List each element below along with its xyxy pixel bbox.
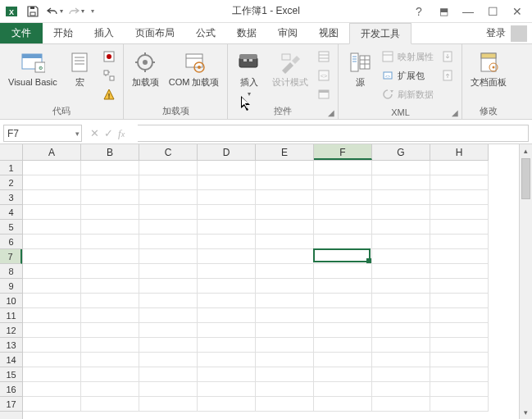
- scroll-up-icon[interactable]: ▴: [520, 144, 532, 157]
- cell[interactable]: [23, 175, 81, 190]
- qat-customize-icon[interactable]: ▾: [88, 7, 98, 15]
- cell[interactable]: [430, 397, 489, 412]
- cell[interactable]: [430, 175, 489, 190]
- redo-button[interactable]: ▾: [66, 2, 85, 21]
- cell[interactable]: [256, 294, 314, 308]
- cell[interactable]: [430, 161, 489, 175]
- cell[interactable]: [81, 175, 139, 190]
- avatar-icon[interactable]: [511, 25, 527, 42]
- cell[interactable]: [81, 220, 139, 235]
- column-header[interactable]: G: [372, 144, 430, 160]
- xml-import-icon[interactable]: [439, 48, 457, 66]
- row-header[interactable]: 8: [0, 264, 22, 279]
- cell[interactable]: [198, 338, 256, 353]
- column-header[interactable]: D: [198, 144, 256, 160]
- controls-dialog-launcher-icon[interactable]: ◢: [328, 108, 334, 117]
- cell[interactable]: [372, 175, 430, 190]
- refresh-data-button[interactable]: 刷新数据: [380, 85, 435, 103]
- cell[interactable]: [314, 205, 372, 220]
- cell[interactable]: [314, 367, 372, 382]
- row-header[interactable]: 16: [0, 382, 22, 397]
- xml-source-button[interactable]: 源: [343, 48, 376, 89]
- cell[interactable]: [23, 397, 81, 412]
- formula-input[interactable]: [138, 125, 529, 142]
- cell[interactable]: [430, 264, 489, 279]
- cell[interactable]: [430, 205, 489, 220]
- cell[interactable]: [430, 249, 489, 264]
- macros-button[interactable]: 宏: [64, 48, 97, 89]
- cell[interactable]: [198, 367, 256, 382]
- cell[interactable]: [23, 220, 81, 235]
- cell[interactable]: [372, 190, 430, 205]
- cell[interactable]: [198, 175, 256, 190]
- cell[interactable]: [372, 205, 430, 220]
- cell[interactable]: [81, 397, 139, 412]
- tab-formulas[interactable]: 公式: [185, 23, 226, 43]
- cell[interactable]: [23, 367, 81, 382]
- record-macro-icon[interactable]: [100, 48, 118, 66]
- column-header[interactable]: E: [256, 144, 314, 160]
- column-header[interactable]: H: [430, 144, 489, 160]
- cell[interactable]: [256, 353, 314, 367]
- cell[interactable]: [81, 308, 139, 323]
- cell[interactable]: [198, 264, 256, 279]
- name-box[interactable]: F7 ▾: [3, 125, 82, 142]
- cell[interactable]: [23, 249, 81, 264]
- cell[interactable]: [23, 308, 81, 323]
- row-header[interactable]: 7: [0, 249, 22, 264]
- insert-controls-button[interactable]: 插入▾: [233, 48, 266, 101]
- cell[interactable]: [372, 264, 430, 279]
- cell[interactable]: [372, 382, 430, 397]
- cell[interactable]: [314, 323, 372, 338]
- cell[interactable]: [430, 235, 489, 249]
- cell[interactable]: [198, 323, 256, 338]
- login-link[interactable]: 登录: [486, 26, 506, 40]
- cell[interactable]: [81, 190, 139, 205]
- cell[interactable]: [23, 161, 81, 175]
- row-header[interactable]: 4: [0, 205, 22, 220]
- cell[interactable]: [139, 308, 198, 323]
- row-header[interactable]: 1: [0, 161, 22, 175]
- cell[interactable]: [430, 367, 489, 382]
- macro-security-icon[interactable]: !: [100, 85, 118, 103]
- run-dialog-icon[interactable]: [315, 85, 333, 103]
- cell[interactable]: [81, 161, 139, 175]
- cell[interactable]: [139, 279, 198, 294]
- row-header[interactable]: 17: [0, 397, 22, 412]
- column-header[interactable]: B: [81, 144, 139, 160]
- cells-area[interactable]: [23, 161, 489, 419]
- cell[interactable]: [139, 367, 198, 382]
- row-header[interactable]: 10: [0, 294, 22, 308]
- select-all-corner[interactable]: [0, 144, 23, 161]
- cell[interactable]: [139, 353, 198, 367]
- cell[interactable]: [256, 382, 314, 397]
- cell[interactable]: [314, 397, 372, 412]
- cell[interactable]: [23, 264, 81, 279]
- cell[interactable]: [372, 367, 430, 382]
- cell[interactable]: [81, 235, 139, 249]
- cell[interactable]: [81, 323, 139, 338]
- cell[interactable]: [430, 323, 489, 338]
- cell[interactable]: [198, 220, 256, 235]
- cell[interactable]: [139, 338, 198, 353]
- com-addins-button[interactable]: COM 加载项: [166, 48, 223, 89]
- tab-view[interactable]: 视图: [308, 23, 349, 43]
- document-panel-button[interactable]: 文档面板: [467, 48, 510, 89]
- cell[interactable]: [256, 190, 314, 205]
- ribbon-display-button[interactable]: ⬒: [432, 3, 455, 20]
- cell[interactable]: [23, 338, 81, 353]
- undo-button[interactable]: ▾: [44, 2, 64, 21]
- cell[interactable]: [314, 353, 372, 367]
- map-properties-button[interactable]: 映射属性: [380, 48, 435, 66]
- cell[interactable]: [256, 249, 314, 264]
- cell[interactable]: [81, 382, 139, 397]
- cell[interactable]: [198, 249, 256, 264]
- cell[interactable]: [314, 338, 372, 353]
- cell[interactable]: [23, 382, 81, 397]
- cell[interactable]: [430, 279, 489, 294]
- maximize-button[interactable]: ☐: [481, 3, 504, 20]
- tab-review[interactable]: 审阅: [267, 23, 308, 43]
- cell[interactable]: [198, 382, 256, 397]
- cell[interactable]: [139, 294, 198, 308]
- cell[interactable]: [81, 264, 139, 279]
